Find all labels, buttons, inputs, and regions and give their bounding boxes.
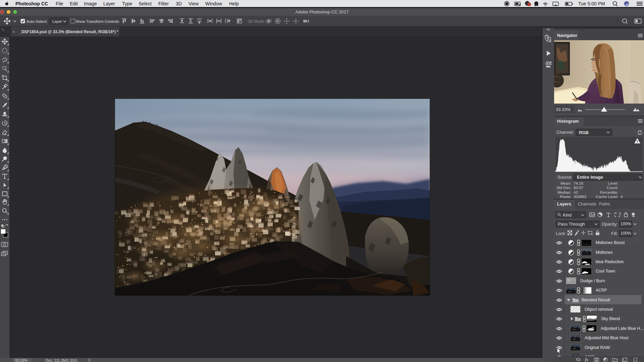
svg-text:fx: fx [585,357,588,362]
svg-text:Tue 5:00 PM: Tue 5:00 PM [578,1,605,6]
